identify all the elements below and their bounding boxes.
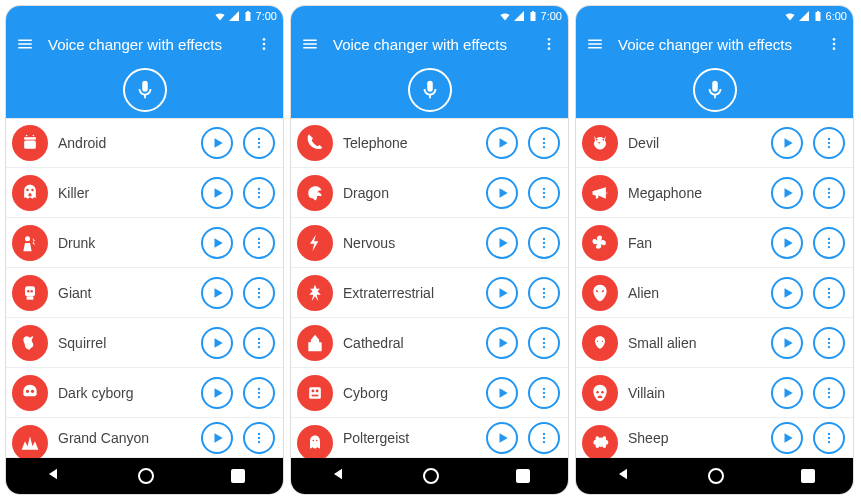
play-button[interactable]	[771, 227, 803, 259]
list-item[interactable]: Small alien	[576, 318, 853, 368]
item-options-button[interactable]	[813, 377, 845, 409]
item-options-button[interactable]	[243, 227, 275, 259]
list-item[interactable]: Grand Canyon	[6, 418, 283, 458]
record-button[interactable]	[693, 68, 737, 112]
list-item[interactable]: Killer	[6, 168, 283, 218]
list-item[interactable]: Squirrel	[6, 318, 283, 368]
item-options-button[interactable]	[813, 327, 845, 359]
menu-button[interactable]	[16, 35, 34, 53]
overflow-button[interactable]	[540, 35, 558, 53]
list-item[interactable]: Nervous	[291, 218, 568, 268]
play-button[interactable]	[486, 227, 518, 259]
list-item[interactable]: Dark cyborg	[6, 368, 283, 418]
play-icon	[496, 286, 510, 300]
item-options-button[interactable]	[813, 127, 845, 159]
dark-cyborg-icon	[12, 375, 48, 411]
item-options-button[interactable]	[528, 327, 560, 359]
play-button[interactable]	[771, 377, 803, 409]
play-button[interactable]	[201, 327, 233, 359]
overflow-button[interactable]	[825, 35, 843, 53]
list-item[interactable]: Devil	[576, 118, 853, 168]
overflow-button[interactable]	[255, 35, 273, 53]
record-button[interactable]	[408, 68, 452, 112]
menu-button[interactable]	[301, 35, 319, 53]
play-button[interactable]	[486, 127, 518, 159]
item-options-button[interactable]	[813, 422, 845, 454]
item-options-button[interactable]	[243, 127, 275, 159]
play-button[interactable]	[771, 422, 803, 454]
ghostface-icon	[12, 175, 48, 211]
list-item[interactable]: Giant	[6, 268, 283, 318]
home-button[interactable]	[138, 468, 154, 484]
play-button[interactable]	[771, 177, 803, 209]
more-icon	[537, 386, 551, 400]
item-options-button[interactable]	[528, 377, 560, 409]
app-title: Voice changer with effects	[618, 36, 811, 53]
giant-icon	[12, 275, 48, 311]
item-options-button[interactable]	[528, 127, 560, 159]
item-options-button[interactable]	[813, 177, 845, 209]
effects-list[interactable]: Android Killer Drunk Giant Squirrel Dark…	[6, 118, 283, 458]
item-options-button[interactable]	[243, 277, 275, 309]
record-header	[576, 62, 853, 118]
play-button[interactable]	[201, 227, 233, 259]
play-button[interactable]	[486, 277, 518, 309]
list-item[interactable]: Cathedral	[291, 318, 568, 368]
more-icon	[252, 386, 266, 400]
play-button[interactable]	[771, 327, 803, 359]
effects-list[interactable]: Telephone Dragon Nervous Extraterrestria…	[291, 118, 568, 458]
play-button[interactable]	[771, 277, 803, 309]
effect-label: Cathedral	[343, 335, 476, 351]
list-item[interactable]: Telephone	[291, 118, 568, 168]
play-button[interactable]	[486, 327, 518, 359]
list-item[interactable]: Android	[6, 118, 283, 168]
android-nav-bar	[291, 458, 568, 494]
play-button[interactable]	[486, 377, 518, 409]
item-options-button[interactable]	[528, 227, 560, 259]
recents-button[interactable]	[231, 469, 245, 483]
item-options-button[interactable]	[243, 422, 275, 454]
effect-label: Squirrel	[58, 335, 191, 351]
list-item[interactable]: Villain	[576, 368, 853, 418]
back-button[interactable]	[615, 466, 631, 486]
play-button[interactable]	[201, 177, 233, 209]
play-button[interactable]	[201, 422, 233, 454]
record-header	[6, 62, 283, 118]
recents-button[interactable]	[516, 469, 530, 483]
list-item[interactable]: Poltergeist	[291, 418, 568, 458]
menu-button[interactable]	[586, 35, 604, 53]
play-icon	[496, 386, 510, 400]
devil-icon	[582, 125, 618, 161]
list-item[interactable]: Fan	[576, 218, 853, 268]
play-icon	[781, 336, 795, 350]
play-button[interactable]	[201, 377, 233, 409]
back-button[interactable]	[330, 466, 346, 486]
effects-list[interactable]: Devil Megaphone Fan Alien Small alien Vi…	[576, 118, 853, 458]
play-button[interactable]	[771, 127, 803, 159]
back-button[interactable]	[45, 466, 61, 486]
item-options-button[interactable]	[243, 327, 275, 359]
play-button[interactable]	[201, 277, 233, 309]
item-options-button[interactable]	[813, 277, 845, 309]
item-options-button[interactable]	[243, 177, 275, 209]
record-button[interactable]	[123, 68, 167, 112]
item-options-button[interactable]	[528, 277, 560, 309]
play-button[interactable]	[201, 127, 233, 159]
item-options-button[interactable]	[243, 377, 275, 409]
recents-button[interactable]	[801, 469, 815, 483]
item-options-button[interactable]	[528, 422, 560, 454]
list-item[interactable]: Cyborg	[291, 368, 568, 418]
home-button[interactable]	[423, 468, 439, 484]
list-item[interactable]: Sheep	[576, 418, 853, 458]
list-item[interactable]: Extraterrestrial	[291, 268, 568, 318]
item-options-button[interactable]	[813, 227, 845, 259]
list-item[interactable]: Dragon	[291, 168, 568, 218]
play-button[interactable]	[486, 177, 518, 209]
item-options-button[interactable]	[528, 177, 560, 209]
list-item[interactable]: Megaphone	[576, 168, 853, 218]
home-button[interactable]	[708, 468, 724, 484]
play-button[interactable]	[486, 422, 518, 454]
list-item[interactable]: Alien	[576, 268, 853, 318]
effect-label: Devil	[628, 135, 761, 151]
list-item[interactable]: Drunk	[6, 218, 283, 268]
